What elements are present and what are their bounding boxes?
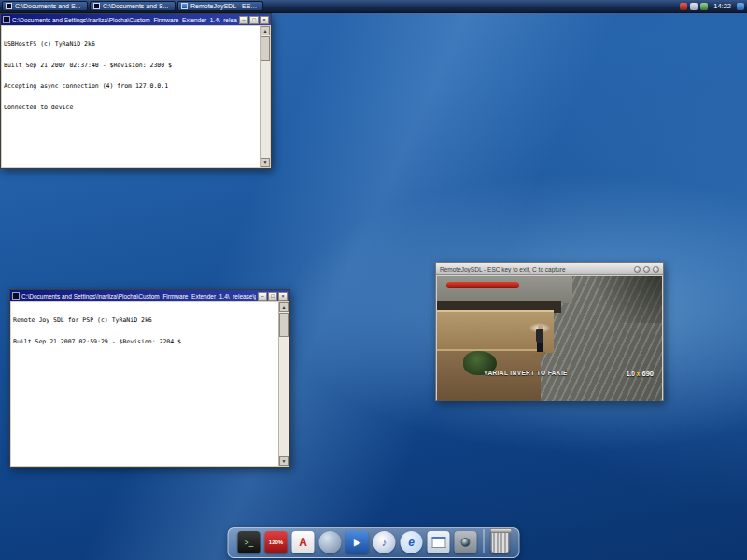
- game-red-streak: [446, 282, 519, 288]
- game-walkway: [437, 276, 572, 303]
- show-desktop-icon[interactable]: [737, 3, 744, 10]
- window-controls: – □ ×: [239, 16, 269, 24]
- remotejoy-app-icon: [181, 3, 188, 9]
- taskbar-button-console-1[interactable]: C:\Documents and S...: [2, 1, 88, 11]
- scrollbar-track[interactable]: [261, 62, 270, 158]
- camera-icon[interactable]: [455, 531, 477, 553]
- scrollbar-thumb[interactable]: [279, 313, 289, 337]
- titlebar-usbhostfs[interactable]: C:\Documents and Settings\!narliza\Ploch…: [1, 14, 271, 25]
- window-remotejoy-console: C:\Documents and Settings\!narliza\Ploch…: [9, 289, 290, 468]
- window-title: C:\Documents and Settings\!narliza\Ploch…: [12, 17, 237, 23]
- vertical-scrollbar[interactable]: ▲ ▼: [278, 302, 289, 466]
- taskbar-button-label: C:\Documents and S...: [15, 2, 80, 11]
- taskbar-button-label: C:\Documents and S...: [103, 2, 168, 11]
- console-line: Built Sep 21 2007 02:59:29 - $Revision: …: [13, 339, 276, 346]
- scroll-down-icon[interactable]: ▼: [261, 158, 270, 167]
- utility-orb-icon[interactable]: [319, 531, 342, 553]
- vertical-scrollbar[interactable]: ▲ ▼: [260, 26, 270, 167]
- console-output: Remote Joy SDL for PSP (c) TyRaNiD 2k6 B…: [11, 302, 278, 466]
- minimize-button[interactable]: –: [239, 16, 248, 24]
- game-dark-corner: [578, 276, 662, 323]
- window-title: C:\Documents and Settings\!narliza\Ploch…: [21, 293, 256, 300]
- minimize-button[interactable]: [634, 266, 641, 273]
- window-title: RemoteJoySDL - ESC key to exit, C to cap…: [440, 266, 631, 273]
- maximize-button[interactable]: [643, 266, 650, 273]
- window-remotejoy-viewer: RemoteJoySDL - ESC key to exit, C to cap…: [435, 262, 664, 401]
- game-skater-head: [538, 325, 543, 329]
- scroll-up-icon[interactable]: ▲: [261, 26, 270, 35]
- console-line: USBHostFS (c) TyRaNiD 2k6: [4, 41, 258, 49]
- game-capture-view: VARIAL INVERT TO FAKIE 1.0 x 690: [437, 276, 662, 401]
- scroll-down-icon[interactable]: ▼: [279, 456, 289, 466]
- console-output: USBHostFS (c) TyRaNiD 2k6 Built Sep 21 2…: [2, 26, 260, 167]
- console-output-area: USBHostFS (c) TyRaNiD 2k6 Built Sep 21 2…: [2, 26, 270, 167]
- zoom-meter-icon[interactable]: 120%: [265, 531, 288, 553]
- system-tray: 14:22: [680, 2, 747, 10]
- maximize-button[interactable]: □: [268, 292, 277, 301]
- scrollbar-thumb[interactable]: [261, 36, 270, 61]
- close-button[interactable]: [653, 266, 659, 273]
- dock: >_ 120% A ▶ ♪ e: [228, 527, 520, 558]
- taskbar-button-console-2[interactable]: C:\Documents and S...: [90, 1, 176, 11]
- console-window-icon: [6, 3, 12, 9]
- taskbar-clock: 14:22: [713, 2, 731, 10]
- score-times-icon: x: [637, 371, 641, 377]
- game-score: 1.0 x 690: [627, 370, 654, 378]
- tray-volume-icon[interactable]: [690, 3, 698, 10]
- score-multiplier: 1.0: [627, 371, 635, 377]
- window-usbhostfs: C:\Documents and Settings\!narliza\Ploch…: [0, 13, 272, 169]
- close-button[interactable]: ×: [278, 292, 288, 301]
- game-trick-text: VARIAL INVERT TO FAKIE: [463, 370, 588, 376]
- game-skater-legs: [537, 342, 543, 352]
- desktop[interactable]: C:\Documents and S... C:\Documents and S…: [0, 0, 747, 560]
- music-player-icon[interactable]: ♪: [374, 531, 396, 553]
- terminal-icon[interactable]: >_: [238, 531, 261, 553]
- scroll-up-icon[interactable]: ▲: [279, 302, 289, 312]
- taskbar-button-label: RemoteJoySDL - ESC...: [190, 2, 260, 11]
- scrollbar-track[interactable]: [279, 338, 289, 456]
- window-controls: – □ ×: [258, 292, 288, 301]
- maximize-button[interactable]: □: [249, 16, 259, 24]
- trash-icon[interactable]: [491, 530, 510, 553]
- console-window-icon: [3, 16, 10, 23]
- media-player-icon[interactable]: ▶: [346, 531, 369, 553]
- console-line: Remote Joy SDL for PSP (c) TyRaNiD 2k6: [13, 317, 276, 325]
- console-output-area: Remote Joy SDL for PSP (c) TyRaNiD 2k6 B…: [11, 302, 289, 466]
- file-explorer-icon[interactable]: [428, 531, 450, 553]
- console-line: Connected to device: [4, 105, 258, 112]
- taskbar-button-remotejoy[interactable]: RemoteJoySDL - ESC...: [177, 1, 263, 11]
- aimp-player-icon[interactable]: A: [292, 531, 315, 553]
- minimize-button[interactable]: –: [258, 292, 267, 301]
- tray-status-icon[interactable]: [700, 3, 708, 10]
- browser-icon[interactable]: e: [401, 531, 423, 553]
- camera-lens: [461, 538, 471, 547]
- close-button[interactable]: ×: [260, 16, 269, 24]
- dock-separator: [484, 529, 485, 553]
- score-points: 690: [641, 370, 654, 378]
- console-line: Built Sep 21 2007 02:37:40 - $Revision: …: [4, 63, 258, 70]
- game-skater-body: [536, 329, 543, 343]
- console-window-icon: [12, 292, 20, 300]
- console-window-icon: [93, 3, 100, 9]
- window-glyph: [431, 537, 445, 548]
- titlebar-remotejoy-console[interactable]: C:\Documents and Settings\!narliza\Ploch…: [10, 290, 289, 301]
- tray-app-icon[interactable]: [680, 3, 687, 10]
- titlebar-remotejoy-viewer[interactable]: RemoteJoySDL - ESC key to exit, C to cap…: [436, 263, 663, 275]
- console-line: Accepting async connection (4) from 127.…: [4, 83, 258, 91]
- taskbar: C:\Documents and S... C:\Documents and S…: [0, 0, 747, 13]
